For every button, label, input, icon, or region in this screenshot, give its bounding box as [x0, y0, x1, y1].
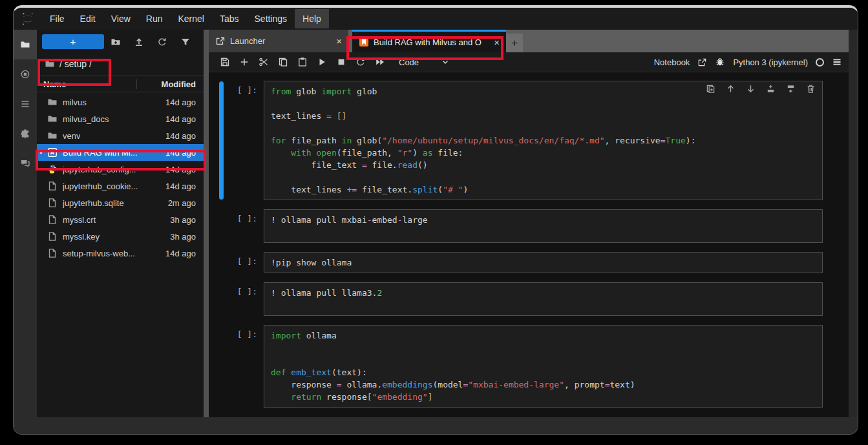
file-row[interactable]: setup-milvus-web...14d ago — [37, 245, 204, 262]
file-row[interactable]: venv14d ago — [37, 127, 204, 144]
cell-prompt: [ ]: — [224, 282, 264, 316]
filter-icon[interactable] — [180, 37, 191, 47]
sort-ascending-icon[interactable]: ▲ — [101, 81, 106, 87]
menu-item-edit[interactable]: Edit — [72, 9, 103, 28]
cell-collapser[interactable] — [219, 81, 224, 200]
cell-type-value: Code — [399, 57, 419, 67]
file-row[interactable]: jupyterhub_config...14d ago — [37, 161, 204, 178]
chevron-down-icon — [441, 57, 450, 67]
cell-editor[interactable]: ! ollama pull llama3.2 — [264, 282, 823, 316]
cut-button[interactable] — [254, 57, 273, 67]
notebook-toolbar: Code Notebook Python 3 (ipykernel) — [209, 52, 849, 72]
external-link-icon[interactable] — [697, 57, 707, 67]
file-name: Build RAG with Mi... — [63, 148, 138, 158]
breadcrumb[interactable]: / setup / — [37, 53, 204, 76]
cell-editor[interactable]: import ollama def emb_text(text): respon… — [264, 325, 823, 408]
activity-bar-item-running-sessions[interactable] — [14, 59, 37, 89]
menu-item-settings[interactable]: Settings — [247, 9, 295, 28]
file-row[interactable]: myssl.crt3h ago — [37, 211, 204, 228]
file-modified: 14d ago — [165, 165, 196, 174]
launcher-icon — [215, 36, 226, 47]
tab-active[interactable]: Build RAG with Milvus and O× — [352, 30, 506, 52]
kernel-name[interactable]: Python 3 (ipykernel) — [733, 57, 808, 67]
insert-above-button[interactable] — [766, 84, 776, 94]
cell-editor[interactable]: from glob import glob text_lines = [] fo… — [264, 81, 823, 200]
move-down-button[interactable] — [746, 84, 756, 94]
new-launcher-button[interactable]: + — [42, 34, 104, 49]
notebook-toolbar-right: Notebook Python 3 (ipykernel) — [654, 57, 842, 67]
tab-launcher[interactable]: Launcher× — [209, 30, 348, 52]
cell-prompt: [ ]: — [224, 252, 264, 273]
file-name: venv — [63, 131, 80, 141]
run-all-button[interactable] — [370, 57, 390, 67]
breadcrumb-path: / setup / — [59, 59, 92, 69]
activity-bar-item-extensions[interactable] — [14, 119, 37, 149]
refresh-icon[interactable] — [157, 37, 167, 47]
menu-item-help[interactable]: Help — [295, 9, 329, 28]
file-list-header: Name ▲ Modified — [37, 76, 204, 92]
activity-bar-item-chat[interactable] — [14, 149, 37, 178]
restart-icon — [355, 57, 366, 67]
file-row[interactable]: milvus_docs14d ago — [37, 110, 204, 127]
notebook-cell: [ ]:from glob import glob text_lines = [… — [209, 81, 823, 200]
bug-icon[interactable] — [715, 57, 725, 67]
folder-icon — [20, 39, 30, 50]
delete-button[interactable] — [806, 84, 816, 94]
cell-collapser[interactable] — [219, 253, 224, 273]
new-tab-button[interactable]: + — [506, 34, 523, 52]
name-column-header[interactable]: Name — [43, 79, 66, 89]
file-browser-toolbar: + — [37, 30, 204, 53]
file-row[interactable]: jupyterhub.sqlite2m ago — [37, 194, 204, 211]
file-row[interactable]: jupyterhub_cookie...14d ago — [37, 178, 204, 194]
puzzle-icon — [20, 129, 30, 139]
status-bar — [14, 417, 858, 434]
menu-items: FileEditViewRunKernelTabsSettingsHelp — [42, 9, 329, 28]
run-button[interactable] — [312, 57, 332, 67]
file-modified: 3h ago — [170, 232, 196, 242]
file-name: myssl.crt — [63, 215, 96, 225]
copy-button[interactable] — [273, 57, 293, 67]
stop-button[interactable] — [332, 57, 351, 67]
running-sessions-icon — [20, 69, 30, 79]
insert-below-icon — [786, 84, 796, 94]
cell-collapser[interactable] — [219, 210, 224, 242]
sidebar-splitter[interactable] — [204, 30, 209, 417]
close-icon[interactable]: × — [336, 36, 342, 47]
paste-button[interactable] — [293, 57, 312, 67]
menu-item-run[interactable]: Run — [138, 9, 171, 28]
jupyterlab-window: FileEditViewRunKernelTabsSettingsHelp + … — [13, 5, 858, 435]
file-row[interactable]: myssl.key3h ago — [37, 228, 204, 245]
menu-item-file[interactable]: File — [42, 9, 72, 28]
upload-icon[interactable] — [134, 37, 144, 47]
save-button[interactable] — [215, 57, 235, 67]
restart-button[interactable] — [351, 57, 370, 67]
file-row[interactable]: •Build RAG with Mi...14d ago — [37, 144, 204, 161]
menu-item-kernel[interactable]: Kernel — [170, 9, 211, 28]
cell-type-dropdown[interactable]: Code — [399, 57, 450, 67]
menu-item-tabs[interactable]: Tabs — [212, 9, 247, 28]
notebook-cell: [ ]:!pip show ollama — [209, 252, 823, 273]
cell-editor[interactable]: !pip show ollama — [264, 252, 823, 273]
add-cell-button[interactable] — [235, 57, 254, 67]
new-folder-icon[interactable] — [111, 37, 121, 47]
cell-editor[interactable]: ! ollama pull mxbai-embed-large — [264, 209, 823, 243]
notebook-cell: [ ]:! ollama pull llama3.2 — [209, 282, 823, 316]
file-name: myssl.key — [63, 232, 100, 242]
modified-column-header[interactable]: Modified — [136, 79, 196, 89]
cell-prompt: [ ]: — [224, 325, 264, 408]
menu-item-view[interactable]: View — [103, 9, 138, 28]
move-up-button[interactable] — [726, 84, 736, 94]
file-browser-panel: + / setup / Name ▲ Modified milvus14d ag… — [37, 30, 204, 417]
file-name: setup-milvus-web... — [63, 249, 135, 258]
insert-below-button[interactable] — [786, 84, 796, 94]
duplicate-button[interactable] — [706, 84, 715, 94]
file-icon — [47, 214, 58, 225]
file-row[interactable]: milvus14d ago — [37, 94, 204, 110]
cell-collapser[interactable] — [219, 326, 224, 407]
activity-bar-item-table-of-contents[interactable] — [14, 89, 37, 119]
hamburger-menu-icon[interactable] — [832, 57, 842, 67]
folder-icon — [47, 97, 58, 107]
close-icon[interactable]: × — [494, 37, 500, 48]
activity-bar-item-file-browser[interactable] — [14, 30, 37, 59]
cell-collapser[interactable] — [219, 283, 224, 315]
